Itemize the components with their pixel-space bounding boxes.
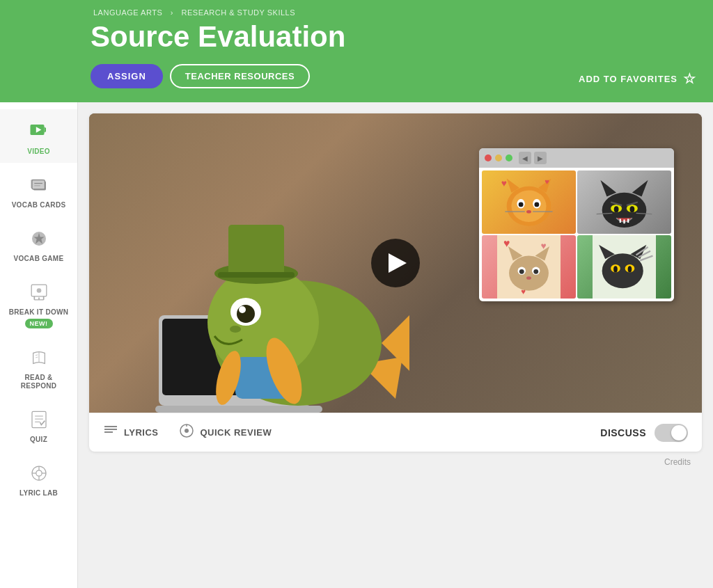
sidebar-vocab-game-label: VOCAB GAME (14, 255, 64, 263)
svg-point-37 (526, 210, 531, 214)
credits-label: Credits (664, 457, 691, 467)
svg-point-101 (185, 429, 189, 433)
teacher-resources-button[interactable]: TEACHER RESOURCES (170, 64, 310, 88)
svg-point-47 (614, 206, 619, 212)
sidebar: VIDEO VOCAB CARDS (0, 102, 78, 588)
browser-back-btn: ◀ (519, 152, 531, 164)
page-header: LANGUAGE ARTS › RESEARCH & STUDY SKILLS … (0, 0, 713, 102)
favorites-label: ADD TO FAVORITES (579, 74, 677, 84)
svg-text:♥: ♥ (503, 237, 510, 249)
svg-point-30 (511, 191, 546, 223)
play-button[interactable] (371, 239, 420, 287)
svg-point-11 (36, 288, 41, 293)
vocab-game-icon (26, 226, 52, 251)
svg-point-69 (602, 253, 643, 288)
fish-character (145, 120, 409, 413)
sidebar-item-quiz[interactable]: QUIZ (0, 397, 77, 451)
svg-line-17 (36, 355, 38, 356)
credits-bar[interactable]: Credits (89, 452, 702, 472)
sidebar-break-it-down-label: BREAK IT DOWN (9, 308, 69, 317)
svg-rect-88 (228, 225, 284, 277)
quiz-icon (26, 407, 52, 432)
svg-rect-82 (155, 406, 322, 413)
svg-line-18 (36, 357, 38, 358)
svg-text:♥: ♥ (541, 241, 547, 252)
sidebar-item-read-respond[interactable]: READ & RESPOND (0, 335, 77, 397)
cat-image-1: ♥ ♥ (482, 170, 576, 234)
lyrics-control[interactable]: LYRICS (103, 423, 158, 442)
svg-point-63 (533, 269, 538, 274)
lyric-lab-icon (26, 461, 52, 486)
play-triangle-icon (389, 253, 407, 273)
discuss-section: DISCUSS (600, 424, 688, 442)
quick-review-label: QUICK REVIEW (200, 427, 272, 438)
svg-point-48 (629, 206, 634, 212)
sidebar-lyric-lab-label: LYRIC LAB (19, 489, 58, 498)
svg-point-93 (230, 326, 241, 333)
browser-content: ♥ ♥ (479, 168, 674, 301)
vocab-cards-icon (26, 173, 52, 198)
star-icon: ☆ (683, 70, 696, 87)
svg-point-91 (237, 305, 255, 323)
svg-point-24 (36, 470, 41, 476)
discuss-label: DISCUSS (600, 427, 646, 438)
sidebar-quiz-label: QUIZ (30, 436, 47, 444)
cat-image-2 (577, 170, 671, 234)
svg-point-36 (534, 202, 539, 207)
video-controls-bar: LYRICS QUICK REVIEW DISCUSS (89, 413, 702, 452)
cat-image-3: ♥ ♥ ♥ (482, 235, 576, 299)
svg-point-92 (239, 306, 246, 313)
svg-point-57 (509, 256, 549, 291)
browser-forward-btn: ▶ (534, 152, 547, 164)
breadcrumb: LANGUAGE ARTS › RESEARCH & STUDY SKILLS (91, 8, 699, 17)
read-respond-icon (26, 345, 52, 370)
break-it-down-icon (26, 280, 52, 305)
sidebar-item-vocab-cards[interactable]: VOCAB CARDS (0, 163, 77, 216)
video-player[interactable]: ◀ ▶ (89, 113, 702, 413)
svg-rect-89 (218, 272, 295, 278)
content-card: ◀ ▶ (89, 113, 702, 452)
quick-review-icon (179, 423, 194, 442)
svg-text:♥: ♥ (544, 178, 549, 186)
svg-point-62 (519, 269, 524, 274)
new-badge: NEW! (25, 319, 53, 328)
content-area: ◀ ▶ (78, 102, 713, 588)
browser-close-dot (485, 154, 492, 161)
sidebar-item-video[interactable]: VIDEO (0, 109, 77, 163)
browser-titlebar: ◀ ▶ (479, 148, 674, 168)
svg-text:♥: ♥ (521, 288, 526, 296)
browser-nav: ◀ ▶ (519, 152, 547, 164)
video-icon (26, 119, 52, 144)
browser-window: ◀ ▶ (479, 148, 674, 301)
lyrics-label: LYRICS (124, 427, 158, 438)
discuss-toggle[interactable] (655, 424, 688, 442)
quick-review-control[interactable]: QUICK REVIEW (179, 423, 272, 442)
svg-rect-19 (32, 412, 46, 428)
sidebar-item-vocab-game[interactable]: VOCAB GAME (0, 216, 77, 270)
svg-marker-44 (632, 180, 648, 197)
sidebar-item-lyric-lab[interactable]: LYRIC LAB (0, 451, 77, 504)
page-title: Source Evaluation (91, 21, 699, 53)
main-layout: VIDEO VOCAB CARDS (0, 102, 713, 588)
svg-point-64 (526, 276, 531, 280)
assign-button[interactable]: ASSIGN (91, 64, 163, 88)
sidebar-vocab-cards-label: VOCAB CARDS (12, 201, 66, 209)
lyrics-icon (103, 423, 118, 442)
browser-minimize-dot (495, 154, 502, 161)
svg-point-75 (628, 267, 632, 273)
sidebar-read-respond-label: READ & RESPOND (7, 374, 70, 390)
svg-rect-5 (32, 180, 45, 189)
svg-marker-1 (44, 127, 46, 133)
toggle-knob (671, 425, 687, 440)
svg-text:♥: ♥ (501, 178, 507, 189)
cat-collage: ♥ ♥ (479, 168, 674, 301)
svg-point-35 (519, 202, 524, 207)
add-to-favorites-button[interactable]: ADD TO FAVORITES ☆ (579, 70, 696, 87)
svg-marker-43 (600, 180, 616, 197)
cat-image-4 (577, 235, 671, 299)
browser-maximize-dot (506, 154, 512, 161)
sidebar-video-label: VIDEO (27, 148, 50, 156)
svg-point-74 (613, 267, 618, 273)
sidebar-item-break-it-down[interactable]: BREAK IT DOWN NEW! (0, 270, 77, 335)
